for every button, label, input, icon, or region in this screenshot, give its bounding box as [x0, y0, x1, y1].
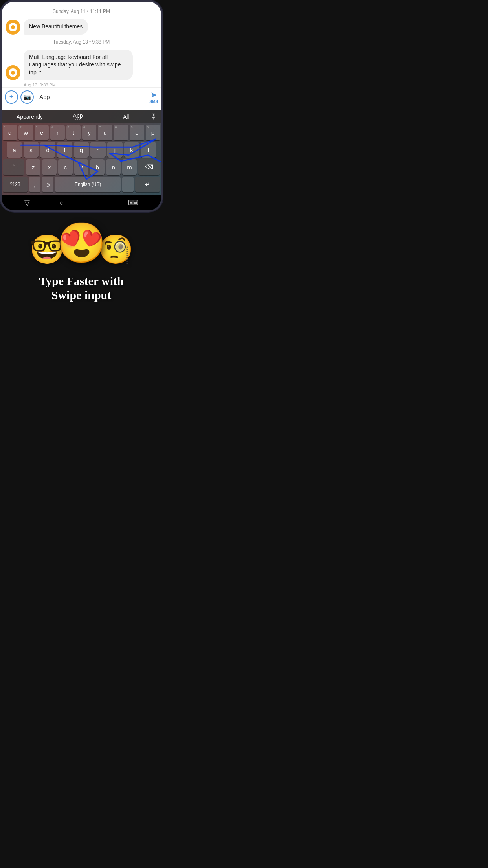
key-row-1: 1q 2w 3e 4r 5t 6y 7u 8i 9o 0p: [3, 125, 160, 140]
key-space[interactable]: English (US): [55, 177, 121, 192]
message-bubble-1: New Beautiful themes: [24, 19, 88, 35]
message-row-2: Multi Language keyboard For all Language…: [2, 48, 161, 82]
key-r[interactable]: 4r: [50, 125, 64, 140]
camera-button[interactable]: 📷: [20, 90, 34, 104]
key-s[interactable]: s: [24, 142, 39, 158]
keyboard-suggestions: Apparently App • • • All 🎙: [2, 110, 161, 123]
tagline-line2: Swipe input: [39, 288, 124, 302]
key-f[interactable]: f: [57, 142, 72, 158]
key-h[interactable]: h: [90, 142, 106, 158]
date-separator-1: Sunday, Aug 11 • 11:11 PM: [2, 9, 161, 14]
send-button[interactable]: ➤ SMS: [149, 90, 158, 104]
key-k[interactable]: k: [124, 142, 139, 158]
key-row-2: a s d f g h j k l: [3, 142, 160, 158]
key-shift[interactable]: ⇧: [3, 159, 24, 175]
key-row-3: ⇧ z x c v b n m ⌫: [3, 159, 160, 175]
key-m[interactable]: m: [122, 159, 137, 175]
keyboard-area: Apparently App • • • All 🎙 1q 2w 3e 4r 5…: [2, 110, 161, 210]
key-comma[interactable]: ,: [29, 177, 40, 192]
emoji-section: 🤓 😍 🧐 Type Faster with Swipe input: [0, 212, 163, 314]
key-row-4: ?123 , ☺ English (US) . ↵: [3, 177, 160, 192]
nav-recents-button[interactable]: □: [94, 199, 98, 207]
key-j[interactable]: j: [107, 142, 123, 158]
message-input[interactable]: [36, 92, 147, 102]
key-c[interactable]: c: [58, 159, 73, 175]
key-a[interactable]: a: [7, 142, 22, 158]
send-label: SMS: [149, 99, 158, 104]
suggestion-app[interactable]: App • • •: [54, 112, 102, 121]
mic-icon[interactable]: 🎙: [150, 112, 157, 121]
key-z[interactable]: z: [26, 159, 40, 175]
input-row: + 📷 ➤ SMS: [2, 87, 161, 106]
tagline-line1: Type Faster with: [39, 274, 124, 288]
key-d[interactable]: d: [40, 142, 55, 158]
key-g[interactable]: g: [74, 142, 89, 158]
key-backspace[interactable]: ⌫: [138, 159, 160, 175]
emoji-center: 😍: [57, 220, 106, 266]
key-v[interactable]: v: [74, 159, 89, 175]
key-num-switch[interactable]: ?123: [3, 177, 28, 192]
send-icon: ➤: [150, 90, 157, 99]
key-enter[interactable]: ↵: [135, 177, 160, 192]
tagline: Type Faster with Swipe input: [39, 274, 124, 302]
key-b[interactable]: b: [90, 159, 105, 175]
key-e[interactable]: 3e: [35, 125, 49, 140]
key-w[interactable]: 2w: [18, 125, 33, 140]
nav-bar: ▽ ○ □ ⌨: [2, 195, 161, 210]
key-l[interactable]: l: [141, 142, 156, 158]
message-timestamp-2: Aug 13, 9:38 PM: [2, 83, 161, 87]
nav-keyboard-button[interactable]: ⌨: [128, 199, 138, 207]
suggestion-all[interactable]: All: [102, 114, 150, 120]
nav-back-button[interactable]: ▽: [24, 199, 30, 207]
key-period[interactable]: .: [122, 177, 134, 192]
message-row-1: New Beautiful themes: [2, 17, 161, 36]
key-u[interactable]: 7u: [98, 125, 112, 140]
key-p[interactable]: 0p: [146, 125, 160, 140]
key-i[interactable]: 8i: [114, 125, 128, 140]
key-o[interactable]: 9o: [130, 125, 144, 140]
date-separator-2: Tuesday, Aug 13 • 9:38 PM: [2, 39, 161, 45]
message-bubble-2: Multi Language keyboard For all Language…: [24, 50, 133, 81]
key-q[interactable]: 1q: [3, 125, 17, 140]
add-button[interactable]: +: [5, 90, 18, 104]
key-y[interactable]: 6y: [82, 125, 96, 140]
key-n[interactable]: n: [106, 159, 121, 175]
key-t[interactable]: 5t: [66, 125, 81, 140]
avatar-1: [6, 20, 20, 35]
avatar-2: [6, 65, 20, 80]
emoji-container: 🤓 😍 🧐: [4, 220, 159, 266]
phone-frame: Sunday, Aug 11 • 11:11 PM New Beautiful …: [0, 0, 163, 212]
keyboard-rows: 1q 2w 3e 4r 5t 6y 7u 8i 9o 0p a s d f g …: [2, 123, 161, 195]
key-x[interactable]: x: [42, 159, 57, 175]
suggestion-apparently[interactable]: Apparently: [6, 114, 54, 120]
nav-home-button[interactable]: ○: [60, 199, 64, 207]
key-emoji[interactable]: ☺: [42, 177, 53, 192]
chat-area: Sunday, Aug 11 • 11:11 PM New Beautiful …: [2, 2, 161, 110]
